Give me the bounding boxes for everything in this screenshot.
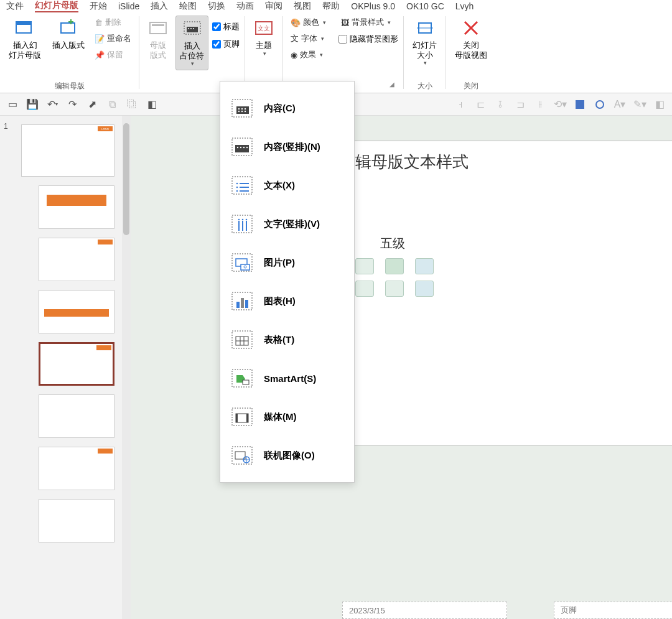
tab-okplus[interactable]: OKPlus 9.0 (351, 1, 395, 11)
chart-icon[interactable] (355, 258, 374, 274)
copy-icon[interactable]: ⿻ (126, 98, 138, 111)
rename-icon: 📝 (95, 34, 105, 44)
hide-background-checkbox[interactable]: 隐藏背景图形 (338, 32, 398, 47)
picture-icon[interactable] (355, 281, 374, 297)
effects-button[interactable]: ◉效果▾ (288, 48, 329, 62)
svg-rect-8 (187, 27, 198, 32)
background-icon: 🖼 (341, 18, 349, 27)
media-icon[interactable] (385, 281, 404, 297)
rename-button[interactable]: 📝重命名 (92, 32, 134, 45)
master-thumbnail[interactable]: LOGO (21, 124, 114, 177)
placeholder-smartart-item[interactable]: SmartArt(S) (220, 359, 354, 398)
fill-color-icon[interactable] (574, 98, 586, 111)
online-image-icon[interactable] (415, 281, 434, 297)
undo-icon[interactable]: ↶▾ (46, 98, 58, 111)
tab-home[interactable]: 开始 (90, 1, 107, 12)
slide-canvas[interactable]: 辑母版文本样式 五级 单击此处 二级 三级 2023/3/15 页脚 (131, 116, 672, 619)
layout-thumbnail-4[interactable] (39, 342, 114, 386)
dialog-launcher-icon[interactable]: ◢ (390, 81, 398, 91)
thumbnail-pane[interactable]: 1 LOGO (0, 116, 131, 619)
tab-help[interactable]: 帮助 (322, 1, 340, 12)
placeholder-online-image-item[interactable]: 联机图像(O) (220, 436, 354, 475)
placeholder-text-item[interactable]: 文本(X) (220, 166, 354, 205)
smartart-icon[interactable] (385, 258, 404, 274)
colors-button[interactable]: 🎨颜色▾ (288, 16, 329, 29)
svg-rect-65 (246, 414, 248, 422)
tab-view[interactable]: 视图 (294, 1, 311, 12)
preserve-button[interactable]: 📌保留 (92, 48, 134, 62)
tab-lvyh[interactable]: Lvyh (455, 1, 474, 11)
tab-bar: 文件 幻灯片母版 开始 iSlide 插入 绘图 切换 动画 审阅 视图 帮助 … (0, 0, 672, 12)
layout-thumbnail-1[interactable] (39, 185, 114, 229)
tab-islide[interactable]: iSlide (118, 1, 139, 11)
scrollbar-track[interactable] (122, 116, 131, 619)
layout-thumbnail-3[interactable] (39, 290, 114, 333)
slide-size-button[interactable]: 幻灯片 大小▾ (409, 16, 441, 69)
chevron-down-icon: ▾ (424, 60, 427, 67)
placeholder-content-item[interactable]: 内容(C) (220, 89, 354, 128)
delete-button[interactable]: 🗑删除 (92, 16, 134, 29)
shape-icon[interactable]: ◧ (146, 98, 158, 111)
align-left-icon[interactable]: ⊏ (474, 98, 487, 111)
distribute-icon[interactable]: ⫲ (534, 98, 546, 111)
svg-text:文文: 文文 (258, 25, 270, 32)
placeholder-chart-item[interactable]: 图表(H) (220, 282, 354, 320)
text-placeholder-icon (231, 176, 253, 195)
date-placeholder[interactable]: 2023/3/15 (342, 602, 507, 619)
layout-thumbnail-6[interactable] (39, 447, 114, 490)
align-right-icon[interactable]: ⊐ (514, 98, 526, 111)
fonts-button[interactable]: 文字体▾ (288, 32, 329, 45)
rotate-icon[interactable]: ⟲▾ (554, 98, 566, 111)
master-layout-icon (148, 18, 168, 38)
align-center-icon[interactable]: ⫱ (494, 98, 506, 111)
align-icon[interactable]: ⫞ (454, 98, 467, 111)
tab-animation[interactable]: 动画 (236, 1, 254, 12)
pointer-icon[interactable]: ⬈ (86, 98, 98, 111)
placeholder-table-item[interactable]: 表格(T) (220, 320, 354, 359)
tab-review[interactable]: 审阅 (265, 1, 282, 12)
group-icon[interactable]: ⧉ (106, 98, 118, 111)
slide-size-label: 幻灯片 大小 (413, 40, 437, 60)
scrollbar-thumb[interactable] (123, 123, 129, 235)
close-master-view-button[interactable]: 关闭 母版视图 (451, 16, 491, 62)
font-color-icon[interactable]: A▾ (614, 98, 626, 111)
tab-transition[interactable]: 切换 (208, 1, 225, 12)
insert-placeholder-button[interactable]: 插入 占位符▾ (175, 16, 208, 70)
master-layout-button[interactable]: 母版 版式 (144, 16, 172, 62)
tab-draw[interactable]: 绘图 (179, 1, 197, 12)
footer-placeholder[interactable]: 页脚 (554, 602, 672, 619)
placeholder-text-vertical-item[interactable]: 文字(竖排)(V) (220, 205, 354, 243)
redo-icon[interactable]: ↷ (66, 98, 78, 111)
placeholder-dropdown-menu: 内容(C) 内容(竖排)(N) 文本(X) 文字(竖排)(V) 图片(P) 图表… (220, 81, 355, 483)
background-styles-button[interactable]: 🖼背景样式▾ (338, 16, 398, 29)
layout-thumbnail-7[interactable] (39, 499, 114, 542)
window-icon[interactable]: ▭ (6, 98, 19, 111)
shape-fill-icon[interactable] (594, 98, 606, 111)
layout-thumbnail-2[interactable] (39, 238, 114, 281)
insert-slide-master-button[interactable]: 插入幻 灯片母版 (5, 16, 45, 62)
save-icon[interactable]: 💾 (26, 98, 39, 111)
3d-model-icon[interactable] (415, 258, 434, 274)
close-group-label: 关闭 (464, 80, 478, 91)
tab-file[interactable]: 文件 (6, 1, 24, 12)
content-placeholder-left[interactable]: 辑母版文本样式 五级 (342, 141, 672, 445)
theme-button[interactable]: 文文 主题▾ (250, 16, 278, 59)
svg-point-43 (238, 219, 240, 221)
tab-slide-master[interactable]: 幻灯片母版 (35, 0, 78, 12)
eraser-icon[interactable]: ◧ (653, 98, 666, 111)
svg-point-31 (246, 147, 248, 148)
placeholder-picture-item[interactable]: 图片(P) (220, 243, 354, 282)
placeholder-content-vertical-item[interactable]: 内容(竖排)(N) (220, 128, 354, 166)
layout-thumbnail-5[interactable] (39, 394, 114, 438)
tab-ok10[interactable]: OK10 GC (406, 1, 444, 11)
palette-icon: 🎨 (291, 18, 301, 27)
highlight-icon[interactable]: ✎▾ (633, 98, 646, 111)
placeholder-media-item[interactable]: 媒体(M) (220, 398, 354, 436)
title-checkbox[interactable]: 标题 (212, 19, 240, 34)
tab-insert[interactable]: 插入 (151, 1, 168, 12)
footer-checkbox[interactable]: 页脚 (212, 37, 240, 52)
svg-point-37 (236, 190, 238, 192)
theme-label: 主题 (256, 40, 272, 50)
insert-layout-button[interactable]: 插入版式 (49, 16, 88, 53)
svg-rect-19 (236, 106, 249, 114)
